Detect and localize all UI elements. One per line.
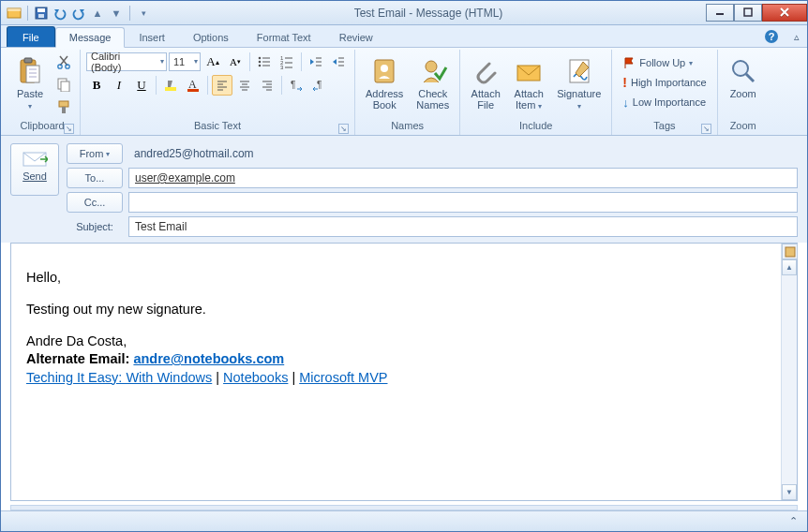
cut-button[interactable] [53, 52, 74, 72]
check-names-button[interactable]: Check Names [411, 52, 454, 117]
svg-text:¶: ¶ [291, 80, 295, 90]
maximize-button[interactable] [734, 4, 762, 22]
group-include: Attach File Attach Item ▾ Signature▾ Inc… [460, 50, 612, 135]
paste-button[interactable]: Paste▾ [10, 52, 50, 117]
highlight-button[interactable] [160, 75, 181, 96]
clipboard-launcher[interactable]: ↘ [64, 124, 74, 134]
copy-button[interactable] [53, 74, 74, 95]
outlook-icon[interactable] [7, 6, 22, 21]
message-header: Send From ▾ andred25@hotmail.com To... u… [1, 136, 807, 243]
underline-button[interactable]: U [131, 75, 152, 96]
signature-name: Andre Da Costa, [26, 333, 127, 348]
numbering-button[interactable]: 123 [277, 52, 297, 72]
titlebar: ▲ ▼ ▾ Test Email - Message (HTML) [1, 1, 807, 25]
from-button[interactable]: From ▾ [67, 143, 123, 164]
to-button[interactable]: To... [67, 168, 123, 188]
signature-link-2[interactable]: Notebooks [223, 370, 288, 385]
minimize-ribbon-icon[interactable]: ▵ [794, 31, 800, 43]
scroll-corner-icon[interactable] [782, 244, 798, 259]
svg-text:¶: ¶ [317, 80, 322, 90]
svg-rect-10 [24, 58, 32, 63]
group-basic-text: Calibri (Body)▾ 11▾ A▴ A▾ 123 B I U [81, 50, 355, 135]
attach-item-button[interactable]: Attach Item ▾ [509, 52, 548, 117]
flag-icon [622, 56, 636, 69]
tab-options[interactable]: Options [179, 26, 243, 47]
bold-button[interactable]: B [86, 75, 107, 96]
svg-rect-5 [716, 13, 724, 15]
from-value: andred25@hotmail.com [128, 143, 798, 164]
signature-button[interactable]: Signature▾ [552, 52, 606, 117]
send-icon [22, 150, 48, 169]
body-line: Hello, [26, 269, 766, 288]
high-importance-button[interactable]: ! High Importance [618, 73, 711, 92]
signature-link-1[interactable]: Teching It Easy: With Windows [26, 370, 212, 385]
tab-format-text[interactable]: Format Text [243, 26, 325, 47]
cc-button[interactable]: Cc... [67, 192, 123, 213]
group-clipboard: Paste▾ Clipboard↘ [5, 50, 81, 135]
subject-input[interactable]: Test Email [128, 216, 798, 237]
svg-text:3: 3 [280, 65, 284, 69]
minimize-button[interactable] [706, 4, 734, 22]
format-painter-button[interactable] [53, 96, 74, 117]
decrease-indent-button[interactable] [306, 52, 326, 72]
tab-insert[interactable]: Insert [125, 26, 179, 47]
check-names-icon [418, 56, 448, 86]
tab-review[interactable]: Review [325, 26, 387, 47]
send-button[interactable]: Send [10, 143, 59, 196]
increase-indent-button[interactable] [328, 52, 349, 72]
align-left-button[interactable] [212, 75, 232, 96]
svg-point-57 [381, 65, 388, 72]
address-book-button[interactable]: Address Book [361, 52, 408, 117]
subject-label: Subject: [67, 221, 123, 232]
zoom-button[interactable]: Zoom [724, 52, 763, 117]
rtl-button[interactable]: ¶ [308, 75, 329, 96]
save-icon[interactable] [34, 6, 49, 21]
tab-message[interactable]: Message [55, 27, 126, 48]
follow-up-button[interactable]: Follow Up ▾ [618, 53, 711, 72]
status-bar: ⌃ [1, 510, 807, 531]
font-color-button[interactable]: A [183, 75, 203, 96]
message-body-editor[interactable]: Hello, Testing out my new signature. And… [11, 244, 781, 500]
low-importance-button[interactable]: ↓ Low Importance [618, 93, 711, 111]
close-button[interactable] [762, 4, 807, 22]
compose-window: ▲ ▼ ▾ Test Email - Message (HTML) File M… [0, 0, 808, 532]
low-importance-icon: ↓ [622, 96, 629, 110]
svg-rect-18 [61, 81, 69, 92]
basictext-launcher[interactable]: ↘ [338, 124, 349, 134]
svg-rect-39 [165, 87, 176, 91]
shrink-font-button[interactable]: A▾ [225, 52, 246, 72]
check-names-label: Check Names [416, 88, 449, 111]
file-tab[interactable]: File [7, 26, 55, 47]
align-right-button[interactable] [257, 75, 277, 96]
cc-input[interactable] [128, 192, 798, 213]
font-size-combo[interactable]: 11▾ [169, 52, 201, 71]
help-icon[interactable]: ? [764, 29, 779, 44]
people-pane-toggle-icon[interactable]: ⌃ [789, 515, 798, 527]
zoom-icon [728, 56, 758, 86]
alt-email-link[interactable]: andre@notebooks.com [133, 351, 284, 366]
scroll-down-button[interactable]: ▼ [782, 484, 797, 500]
bullets-button[interactable] [254, 52, 275, 72]
font-family-combo[interactable]: Calibri (Body)▾ [86, 52, 167, 71]
redo-icon[interactable] [71, 6, 86, 21]
qat-customize-icon[interactable]: ▾ [136, 6, 151, 21]
svg-line-62 [746, 74, 754, 81]
svg-rect-19 [59, 101, 68, 107]
undo-icon[interactable] [52, 6, 67, 21]
attach-file-button[interactable]: Attach File [466, 52, 505, 117]
to-input[interactable]: user@example.com [128, 168, 798, 188]
ltr-button[interactable]: ¶ [286, 75, 307, 96]
svg-rect-1 [7, 8, 21, 11]
italic-button[interactable]: I [109, 75, 129, 96]
signature-link-3[interactable]: Microsoft MVP [299, 370, 387, 385]
scroll-up-button[interactable]: ▲ [782, 259, 797, 275]
body-container: Hello, Testing out my new signature. And… [10, 243, 798, 501]
tags-launcher[interactable]: ↘ [701, 124, 711, 134]
grow-font-button[interactable]: A▴ [202, 52, 223, 72]
next-item-icon[interactable]: ▼ [109, 6, 124, 21]
paperclip-icon [471, 56, 501, 86]
vertical-scrollbar[interactable]: ▲ ▼ [781, 244, 797, 500]
align-center-button[interactable] [234, 75, 255, 96]
prev-item-icon[interactable]: ▲ [90, 6, 105, 21]
svg-point-21 [259, 57, 262, 60]
